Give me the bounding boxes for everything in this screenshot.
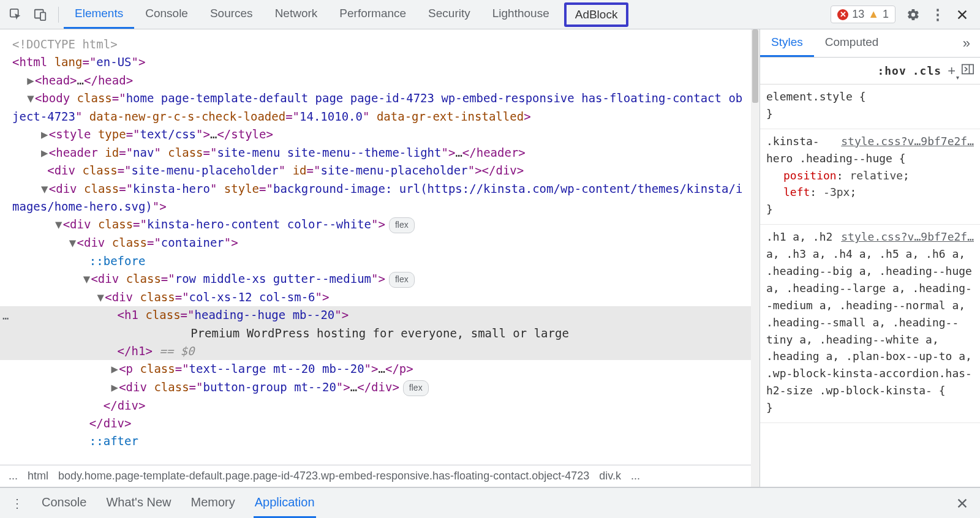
drawer: ⋮ Console What's New Memory Application bbox=[0, 487, 980, 518]
dom-scrollbar[interactable] bbox=[751, 29, 760, 487]
tab-adblock[interactable]: AdBlock bbox=[564, 2, 629, 27]
styles-tab-computed[interactable]: Computed bbox=[814, 29, 890, 57]
styles-tab-styles[interactable]: Styles bbox=[760, 29, 814, 57]
tab-console[interactable]: Console bbox=[134, 0, 199, 29]
drawer-tab-console[interactable]: Console bbox=[40, 488, 88, 518]
elements-panel: <!DOCTYPE html><html lang="en-US"> ▶<hea… bbox=[0, 29, 760, 487]
drawer-tab-whatsnew[interactable]: What's New bbox=[105, 488, 172, 518]
scrollbar-thumb[interactable] bbox=[752, 29, 758, 103]
tab-security[interactable]: Security bbox=[417, 0, 481, 29]
breadcrumb-overflow-left[interactable]: ... bbox=[9, 470, 18, 482]
drawer-close-icon[interactable] bbox=[956, 497, 969, 510]
toggle-sidebar-icon[interactable] bbox=[962, 64, 974, 78]
main-area: <!DOCTYPE html><html lang="en-US"> ▶<hea… bbox=[0, 29, 980, 487]
svg-rect-3 bbox=[962, 65, 973, 74]
error-count: 13 bbox=[852, 8, 864, 21]
main-tabs: Elements Console Sources Network Perform… bbox=[64, 0, 632, 29]
devtools-toolbar: Elements Console Sources Network Perform… bbox=[0, 0, 980, 29]
new-style-rule-icon[interactable]: + bbox=[948, 63, 956, 79]
tab-performance[interactable]: Performance bbox=[328, 0, 417, 29]
styles-rules[interactable]: element.style {}style.css?v…9bf7e2f….kin… bbox=[760, 84, 980, 487]
svg-rect-2 bbox=[40, 12, 45, 20]
drawer-menu-icon[interactable]: ⋮ bbox=[11, 496, 23, 511]
kebab-menu-icon[interactable]: ⋮ bbox=[931, 8, 944, 21]
issue-counter[interactable]: ✕ 13 ▲ 1 bbox=[831, 6, 895, 23]
crumb-body[interactable]: body.home.page-template-default.page.pag… bbox=[58, 470, 589, 482]
breadcrumb[interactable]: ... html body.home.page-template-default… bbox=[0, 465, 760, 487]
error-icon: ✕ bbox=[837, 9, 848, 20]
crumb-html[interactable]: html bbox=[28, 470, 48, 482]
styles-panel: Styles Computed » :hov .cls + element.st… bbox=[760, 29, 980, 487]
tab-elements[interactable]: Elements bbox=[64, 0, 134, 29]
styles-tabs: Styles Computed » bbox=[760, 29, 980, 58]
toolbar-right: ✕ 13 ▲ 1 ⋮ bbox=[824, 6, 980, 23]
tab-lighthouse[interactable]: Lighthouse bbox=[481, 0, 560, 29]
drawer-tab-application[interactable]: Application bbox=[254, 488, 316, 518]
close-icon[interactable] bbox=[956, 8, 969, 21]
tab-sources[interactable]: Sources bbox=[199, 0, 264, 29]
styles-more-icon[interactable]: » bbox=[953, 36, 980, 51]
styles-filter-input[interactable] bbox=[766, 58, 871, 84]
tab-network[interactable]: Network bbox=[264, 0, 329, 29]
warning-icon: ▲ bbox=[868, 8, 879, 21]
device-toggle-icon[interactable] bbox=[34, 8, 47, 21]
settings-gear-icon[interactable] bbox=[907, 8, 920, 21]
cls-toggle[interactable]: .cls bbox=[913, 64, 941, 77]
dom-tree[interactable]: <!DOCTYPE html><html lang="en-US"> ▶<hea… bbox=[0, 29, 760, 465]
warning-count: 1 bbox=[883, 8, 889, 21]
toolbar-left-icons bbox=[0, 8, 53, 21]
breadcrumb-overflow-right[interactable]: ... bbox=[631, 470, 640, 482]
drawer-tab-memory[interactable]: Memory bbox=[189, 488, 236, 518]
toolbar-divider bbox=[58, 7, 59, 23]
crumb-div[interactable]: div.k bbox=[599, 470, 621, 482]
styles-filter-row: :hov .cls + bbox=[760, 58, 980, 84]
inspect-icon[interactable] bbox=[9, 8, 23, 21]
hov-toggle[interactable]: :hov bbox=[877, 64, 906, 77]
